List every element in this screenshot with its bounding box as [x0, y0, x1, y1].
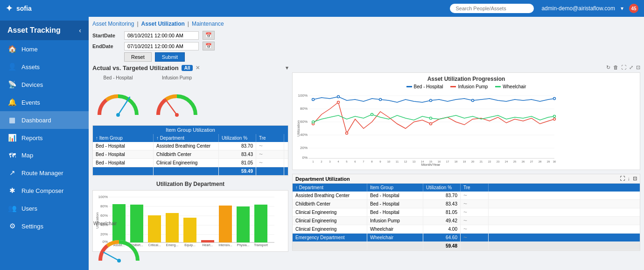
col-item-group[interactable]: ↑ Item Group: [93, 134, 154, 142]
sidebar-collapse-icon[interactable]: ‹: [79, 27, 81, 34]
sidebar-item-assets[interactable]: 👤 Assets: [0, 58, 89, 76]
progression-chart-svg: 100% 80% 60% 40% 20% 0% Utilization: [295, 91, 557, 166]
sidebar-item-home[interactable]: 🏠 Home: [0, 40, 89, 58]
sidebar-item-map[interactable]: 🗺 Map: [0, 147, 89, 164]
svg-text:25: 25: [513, 160, 517, 163]
dept-col-trend[interactable]: Tre: [461, 184, 489, 192]
sidebar-item-rule-label: Rule Composer: [21, 187, 63, 194]
search-input[interactable]: [450, 4, 534, 13]
td-util: 81.05: [219, 159, 256, 167]
svg-text:28: 28: [539, 160, 542, 163]
svg-point-83: [430, 99, 432, 102]
td-dept: [154, 167, 219, 175]
sidebar-item-settings[interactable]: ⚙ Settings: [0, 217, 89, 235]
assets-icon: 👤: [7, 63, 17, 71]
reset-button[interactable]: Reset: [124, 52, 152, 62]
breadcrumb-asset-monitoring[interactable]: Asset Monitoring: [92, 21, 134, 27]
svg-text:24: 24: [505, 160, 508, 163]
td-trend: 〜: [256, 142, 284, 150]
end-date-input[interactable]: [124, 42, 199, 50]
td-item: Bed - Hospital: [367, 192, 423, 199]
svg-text:26: 26: [522, 160, 525, 163]
dept-col-item[interactable]: Item Group: [367, 184, 423, 192]
progression-chart: Asset Utilization Progression Bed - Hosp…: [292, 72, 640, 170]
svg-text:4: 4: [337, 160, 339, 163]
svg-point-3: [175, 113, 179, 117]
svg-text:Equip...: Equip...: [184, 243, 196, 247]
svg-text:Heart...: Heart...: [203, 243, 213, 247]
td-trend: [461, 242, 489, 250]
svg-text:27: 27: [530, 160, 533, 163]
svg-text:23: 23: [497, 160, 500, 163]
svg-text:40%: 40%: [300, 133, 308, 137]
dropdown-arrow-icon[interactable]: ▾: [621, 5, 623, 12]
dept-print-icon[interactable]: ⊡: [633, 176, 637, 182]
sidebar-item-reports[interactable]: 📊 Reports: [0, 129, 89, 147]
bar-chart-title: Utilization By Department: [92, 181, 288, 187]
td-util: 4.00: [423, 225, 461, 233]
dept-table-header: Department Utilization ⛶ ↓ ⊡: [293, 174, 640, 184]
gauge-section-title: Actual vs. Targeted Utilization All ✕ ▾: [92, 64, 288, 71]
td-util: 83.43: [219, 150, 256, 158]
print-icon[interactable]: ⊡: [636, 64, 640, 71]
dept-col-dept[interactable]: ↑ Department: [293, 184, 367, 192]
sidebar-item-users[interactable]: 👥 Users: [0, 199, 89, 217]
td-dept: Clinical Engineering: [154, 159, 219, 167]
gauges-row: Bed - Hospital: [92, 75, 288, 120]
svg-text:21: 21: [480, 160, 483, 163]
svg-text:17: 17: [446, 160, 449, 163]
col-trend[interactable]: Tre: [256, 134, 284, 142]
sidebar-item-settings-label: Settings: [21, 223, 43, 230]
svg-text:18: 18: [455, 160, 458, 163]
table-row: Bed - Hospital Assisted Breathing Center…: [93, 142, 288, 150]
end-date-calendar-button[interactable]: 📅: [203, 42, 215, 50]
svg-point-89: [430, 123, 432, 125]
sidebar: Asset Tracking ‹ 🏠 Home 👤 Assets 📡 Devic…: [0, 17, 89, 270]
settings-icon: ⚙: [7, 222, 17, 230]
top-nav-left: ✦ sofia: [6, 3, 32, 14]
gauge-dropdown-arrow[interactable]: ▾: [286, 65, 288, 71]
svg-rect-25: [183, 218, 196, 242]
dashboard-icon: ▦: [7, 116, 17, 124]
svg-text:60%: 60%: [300, 120, 308, 124]
sidebar-item-events[interactable]: 🔔 Events: [0, 93, 89, 111]
td-item: Bed - Hospital: [367, 208, 423, 216]
svg-rect-33: [254, 205, 267, 242]
dept-export-icon[interactable]: ↓: [628, 176, 630, 182]
start-date-calendar-button[interactable]: 📅: [203, 31, 215, 40]
col-utilization[interactable]: Utilization %: [219, 134, 256, 142]
sidebar-item-assets-label: Assets: [21, 64, 40, 71]
submit-button[interactable]: Submit: [155, 52, 185, 62]
notification-badge[interactable]: 45: [629, 4, 638, 13]
svg-point-92: [371, 114, 373, 116]
dept-expand-icon[interactable]: ⛶: [620, 176, 625, 182]
svg-line-95: [104, 252, 119, 261]
svg-rect-21: [148, 215, 161, 242]
breadcrumb-asset-utilization[interactable]: Asset Utilization: [141, 21, 185, 27]
dept-table-row: Clinical Engineering Infusion Pump 49.42…: [293, 217, 640, 225]
gauge-bed-hospital-svg: [92, 82, 144, 120]
td-item: Wheelchair: [367, 234, 423, 242]
start-date-label: StartDate: [92, 33, 120, 38]
dept-table-row: Childbirth Center Bed - Hospital 83.43 〜: [293, 200, 640, 208]
all-badge[interactable]: All: [182, 65, 193, 71]
svg-point-88: [346, 132, 348, 135]
col-department[interactable]: ↑ Department: [154, 134, 219, 142]
sidebar-item-devices[interactable]: 📡 Devices: [0, 76, 89, 93]
dept-col-util[interactable]: Utilization %: [423, 184, 461, 192]
sidebar-item-route[interactable]: ↗ Route Manager: [0, 164, 89, 182]
filter-clear-button[interactable]: ✕: [196, 65, 200, 71]
fullscreen-icon[interactable]: ⤢: [629, 64, 633, 71]
svg-text:12: 12: [404, 160, 407, 163]
breadcrumb-maintenance[interactable]: Maintenance: [192, 21, 224, 27]
legend-bed-hospital: Bed - Hospital: [406, 84, 443, 89]
sidebar-item-dashboard[interactable]: ▦ Dashboard: [0, 111, 89, 129]
delete-icon[interactable]: 🗑: [613, 64, 618, 71]
refresh-icon[interactable]: ↻: [606, 64, 610, 71]
td-util: 59.49: [219, 167, 256, 175]
start-date-input[interactable]: [124, 31, 199, 40]
expand-icon[interactable]: ⛶: [621, 64, 626, 71]
sidebar-brand: Asset Tracking ‹: [0, 21, 89, 40]
td-trend: 〜: [461, 217, 489, 225]
sidebar-item-rule[interactable]: ✱ Rule Composer: [0, 182, 89, 199]
